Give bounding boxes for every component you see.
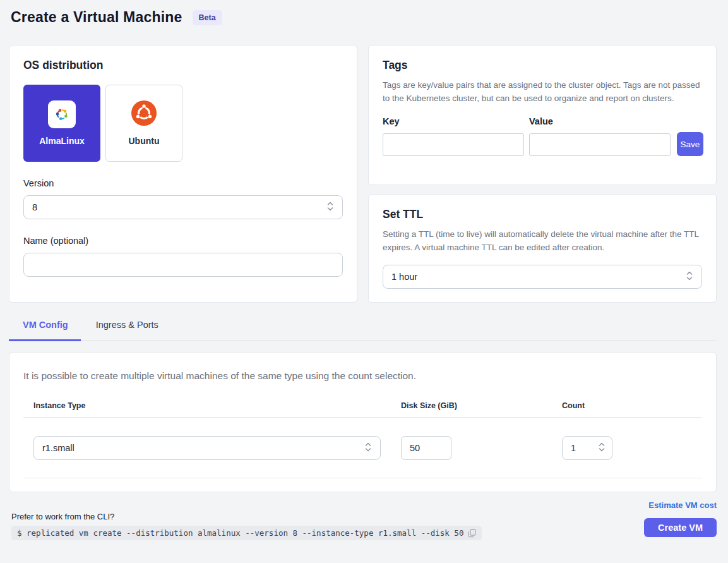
version-select[interactable]: 8 [23,195,343,219]
tags-form: Key Value Save [383,116,702,156]
ttl-description: Setting a TTL (time to live) will automa… [383,228,702,254]
tag-value-column: Value [529,116,671,156]
tab-ingress-ports[interactable]: Ingress & Ports [96,320,158,340]
tags-card-title: Tags [383,59,702,72]
vm-config-card: It is possible to create multiple virtua… [9,352,717,492]
disk-size-input[interactable] [401,436,451,460]
os-distribution-card: OS distribution [9,45,357,303]
instance-type-value: r1.small [42,443,75,453]
ttl-select[interactable]: 1 hour [383,265,702,289]
tab-vm-config[interactable]: VM Config [9,320,81,341]
copy-icon[interactable] [468,529,476,538]
save-tag-button[interactable]: Save [677,132,703,156]
almalinux-icon [48,100,76,128]
footer-actions: Estimate VM cost Create VM [644,500,717,540]
tag-value-input[interactable] [529,133,671,156]
page-header: Create a Virtual Machine Beta [9,9,717,26]
os-tiles: AlmaLinux [23,85,343,162]
tab-bar: VM Config Ingress & Ports [9,320,717,341]
tags-description: Tags are key/value pairs that are assign… [383,79,702,105]
cards-row: OS distribution [9,45,717,303]
page-title: Create a Virtual Machine [11,9,182,26]
tag-key-label: Key [383,116,524,126]
chevron-updown-icon [364,442,372,454]
version-label: Version [23,178,343,188]
footer: Prefer to work from the CLI? $ replicate… [9,500,717,540]
tag-key-input[interactable] [383,133,524,156]
chevron-updown-icon [326,201,334,214]
create-vm-page: Create a Virtual Machine Beta OS distrib… [0,0,728,540]
tag-key-column: Key [383,116,524,156]
count-stepper[interactable]: 1 [562,436,612,460]
column-instance-type: Instance Type [23,401,391,410]
instance-type-select[interactable]: r1.small [33,436,381,460]
cli-section: Prefer to work from the CLI? $ replicate… [11,512,482,540]
column-disk-size: Disk Size (GiB) [391,401,552,410]
version-select-value: 8 [32,202,37,212]
set-ttl-card: Set TTL Setting a TTL (time to live) wil… [368,194,717,303]
count-cell: 1 [552,436,702,460]
vm-table-row: r1.small 1 [23,418,702,478]
os-card-title: OS distribution [23,59,343,72]
vm-table-header: Instance Type Disk Size (GiB) Count [23,401,702,418]
estimate-vm-cost-link[interactable]: Estimate VM cost [648,500,717,510]
cli-command-text: $ replicated vm create --distribution al… [17,528,463,538]
chevron-updown-icon [598,442,606,454]
beta-badge: Beta [193,10,222,25]
right-column: Tags Tags are key/value pairs that are a… [368,45,717,303]
name-label: Name (optional) [23,236,343,246]
os-tile-label-ubuntu: Ubuntu [129,136,160,146]
chevron-updown-icon [686,270,693,283]
cli-command-block: $ replicated vm create --distribution al… [11,526,482,540]
ubuntu-icon [131,100,157,128]
instance-type-cell: r1.small [23,436,391,460]
cli-prompt: Prefer to work from the CLI? [11,512,482,521]
count-value: 1 [571,443,576,453]
vm-config-intro: It is possible to create multiple virtua… [23,370,702,382]
ttl-select-value: 1 hour [391,272,417,282]
disk-size-cell [391,436,552,460]
os-tile-label-almalinux: AlmaLinux [39,136,85,146]
name-input[interactable] [23,253,343,277]
create-vm-button[interactable]: Create VM [644,518,717,537]
tag-value-label: Value [529,116,671,126]
tags-card: Tags Tags are key/value pairs that are a… [368,45,717,185]
os-tile-almalinux[interactable]: AlmaLinux [23,85,100,162]
ttl-card-title: Set TTL [383,208,702,221]
column-count: Count [552,401,702,410]
os-tile-ubuntu[interactable]: Ubuntu [105,85,182,162]
